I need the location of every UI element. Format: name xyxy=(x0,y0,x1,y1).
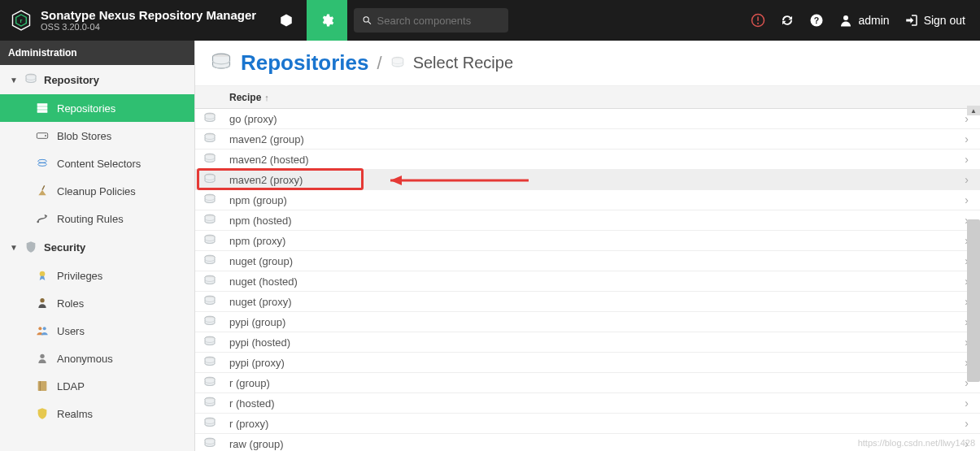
table-row[interactable]: pypi (hosted) › xyxy=(195,332,980,353)
recipe-label: maven2 (hosted) xyxy=(229,154,965,166)
svg-point-20 xyxy=(37,221,39,223)
user-icon xyxy=(838,13,853,28)
recipe-label: r (proxy) xyxy=(229,418,965,430)
chevron-right-icon: › xyxy=(965,132,969,145)
signout-icon xyxy=(904,13,919,28)
sidebar-item-cleanup-policies[interactable]: Cleanup Policies xyxy=(0,177,194,205)
admin-button[interactable] xyxy=(307,0,347,41)
app-version: OSS 3.20.0-04 xyxy=(41,22,256,32)
sidebar-item-privileges[interactable]: Privileges xyxy=(0,262,194,289)
table-row[interactable]: maven2 (proxy) › xyxy=(195,170,980,190)
svg-text:r: r xyxy=(20,17,23,24)
sidebar-item-blob-stores[interactable]: Blob Stores xyxy=(0,122,194,150)
database-icon xyxy=(203,254,216,267)
table-row[interactable]: npm (group) › xyxy=(195,190,980,210)
recipe-label: npm (group) xyxy=(229,194,965,206)
table-row[interactable]: nuget (proxy) › xyxy=(195,292,980,312)
sidebar-item-routing-rules[interactable]: Routing Rules xyxy=(0,205,194,232)
book-icon xyxy=(36,379,49,392)
sidebar-item-anonymous[interactable]: Anonymous xyxy=(0,345,194,372)
database-icon xyxy=(210,52,233,75)
table-row[interactable]: maven2 (group) › xyxy=(195,129,980,150)
database-icon xyxy=(203,315,216,328)
sidebar: Administration ▼ Repository Repositories… xyxy=(0,41,195,451)
database-icon xyxy=(203,153,216,166)
person-tie-icon xyxy=(36,297,49,310)
scroll-up-icon[interactable]: ▲ xyxy=(967,106,980,115)
recipe-label: go (proxy) xyxy=(229,113,965,125)
gear-icon xyxy=(320,13,334,28)
svg-point-22 xyxy=(40,271,46,277)
svg-point-11 xyxy=(843,15,848,20)
recipe-label: pypi (proxy) xyxy=(229,357,965,369)
database-icon xyxy=(203,437,216,450)
caret-down-icon: ▼ xyxy=(10,243,18,252)
sidebar-item-roles[interactable]: Roles xyxy=(0,289,194,317)
sidebar-item-users[interactable]: Users xyxy=(0,317,194,345)
alert-icon[interactable] xyxy=(751,13,765,28)
database-icon xyxy=(203,173,216,186)
table-row[interactable]: pypi (proxy) › xyxy=(195,353,980,373)
page-subtitle: Select Recipe xyxy=(413,54,513,72)
svg-point-26 xyxy=(40,354,44,358)
table-row[interactable]: maven2 (hosted) › xyxy=(195,150,980,170)
svg-rect-27 xyxy=(38,381,47,391)
search-box[interactable] xyxy=(354,8,508,33)
table-row[interactable]: go (proxy) › xyxy=(195,109,980,129)
users-icon xyxy=(36,324,49,337)
database-icon xyxy=(203,275,216,288)
table-row[interactable]: r (hosted) › xyxy=(195,393,980,414)
svg-point-16 xyxy=(45,135,46,137)
svg-point-24 xyxy=(38,327,41,330)
search-icon xyxy=(362,15,372,26)
user-menu[interactable]: admin xyxy=(838,13,889,28)
table-row[interactable]: npm (hosted) › xyxy=(195,210,980,231)
signout-button[interactable]: Sign out xyxy=(904,13,965,28)
cube-icon xyxy=(279,13,294,28)
layers-icon xyxy=(36,157,49,170)
svg-point-18 xyxy=(38,163,47,166)
recipe-label: nuget (group) xyxy=(229,255,965,267)
help-icon[interactable]: ? xyxy=(809,13,824,28)
svg-point-8 xyxy=(757,23,759,24)
sort-asc-icon: ↑ xyxy=(264,93,269,102)
chevron-right-icon: › xyxy=(965,193,969,206)
breadcrumb-separator: / xyxy=(377,53,382,74)
table-row[interactable]: nuget (group) › xyxy=(195,251,980,271)
recipe-label: r (hosted) xyxy=(229,397,965,410)
svg-text:?: ? xyxy=(814,15,819,25)
database-icon xyxy=(203,417,216,430)
table-row[interactable]: npm (proxy) › xyxy=(195,231,980,251)
recipe-label: maven2 (proxy) xyxy=(229,174,965,186)
watermark: https://blog.csdn.net/llwy1428 xyxy=(858,438,975,448)
sidebar-item-realms[interactable]: Realms xyxy=(0,400,194,427)
routing-icon xyxy=(36,212,49,225)
scrollbar-thumb[interactable] xyxy=(967,219,980,382)
shield-small-icon xyxy=(36,407,49,420)
hdd-icon xyxy=(36,129,49,142)
refresh-icon[interactable] xyxy=(780,13,795,28)
table-row[interactable]: r (group) › xyxy=(195,373,980,393)
chevron-right-icon: › xyxy=(965,153,969,166)
table-header[interactable]: Recipe ↑ xyxy=(195,86,980,109)
recipe-label: pypi (group) xyxy=(229,316,965,328)
sidebar-item-content-selectors[interactable]: Content Selectors xyxy=(0,150,194,177)
database-icon xyxy=(203,193,216,206)
svg-rect-14 xyxy=(37,111,47,113)
sidebar-item-repositories[interactable]: Repositories xyxy=(0,94,194,122)
nav-group-repository[interactable]: ▼ Repository xyxy=(0,65,194,94)
nav-group-security[interactable]: ▼ Security xyxy=(0,232,194,262)
svg-rect-12 xyxy=(37,104,47,106)
medal-icon xyxy=(36,269,49,282)
table-row[interactable]: r (proxy) › xyxy=(195,414,980,434)
table-row[interactable]: nuget (hosted) › xyxy=(195,271,980,292)
table-row[interactable]: pypi (group) › xyxy=(195,312,980,332)
sidebar-item-ldap[interactable]: LDAP xyxy=(0,372,194,400)
repositories-icon xyxy=(36,102,49,115)
svg-point-17 xyxy=(38,159,47,163)
search-input[interactable] xyxy=(377,15,501,27)
browse-button[interactable] xyxy=(266,0,307,41)
database-icon xyxy=(203,356,216,369)
page-title[interactable]: Repositories xyxy=(241,50,369,76)
svg-rect-13 xyxy=(37,107,47,110)
